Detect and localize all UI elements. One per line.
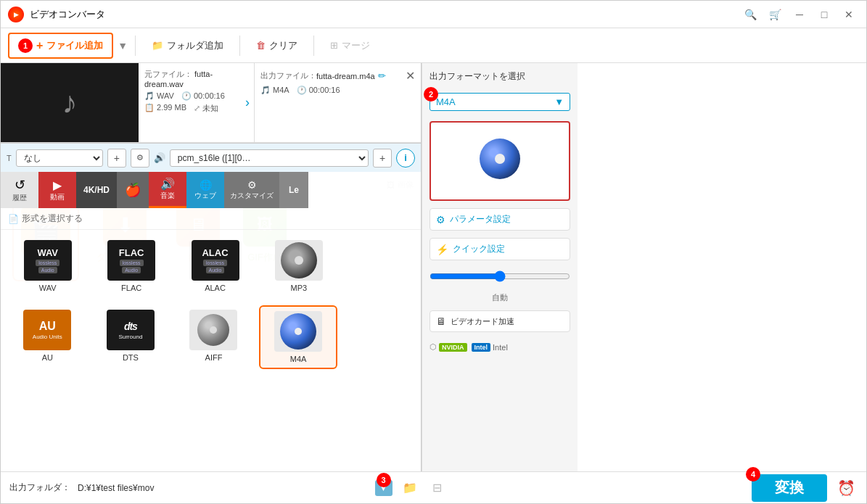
param-label: パラメータ設定 xyxy=(450,213,511,226)
m4a-format-item[interactable]: M4A xyxy=(259,305,338,369)
flac-format-item[interactable]: FLAC lossless Audio FLAC xyxy=(93,236,169,297)
alarm-button[interactable]: ⏰ xyxy=(834,476,858,500)
dts-icon: dts Surround xyxy=(107,310,155,350)
convert-wrapper: 4 変換 xyxy=(752,474,827,502)
au-icon: AU Audio Units xyxy=(23,310,71,350)
format-selector-popup: ↺ 履歴 ▶ 動画 4K/HD 🍎 xyxy=(1,172,421,471)
source-label: 元ファイル： xyxy=(144,70,192,78)
clear-button[interactable]: 🗑 クリア xyxy=(247,35,306,57)
quick-label: クイック設定 xyxy=(453,243,505,255)
clear-label: クリア xyxy=(269,39,297,52)
format-title-text: 形式を選択する xyxy=(22,212,83,225)
dts-format-item[interactable]: dts Surround DTS xyxy=(93,305,169,369)
4k-tab[interactable]: 4K/HD xyxy=(76,172,117,208)
video-tab[interactable]: ▶ 動画 xyxy=(38,172,76,208)
dropdown-chevron-icon: ▼ xyxy=(554,96,564,107)
alac-icon: ALAC lossless Audio xyxy=(192,240,239,281)
slider-label: 自動 xyxy=(430,292,570,303)
add-subtitle-button[interactable]: + xyxy=(107,149,126,168)
m4a-icon xyxy=(274,311,322,352)
audio-select[interactable]: pcm_s16le ([1][0… xyxy=(170,149,369,167)
right-panel: 出力フォーマットを選択 2 M4A ▼ xyxy=(422,63,578,471)
toolbar-divider-2 xyxy=(239,36,240,56)
mp3-format-item[interactable]: MP3 xyxy=(260,236,337,297)
copy-path-button[interactable]: ⊟ xyxy=(427,478,448,498)
add-folder-label: フォルダ追加 xyxy=(167,39,223,52)
add-folder-button[interactable]: 📁 フォルダ追加 xyxy=(143,35,232,57)
more-tab[interactable]: Le xyxy=(279,172,308,208)
format-row-2: AU Audio Units AU dts Surround DTS xyxy=(1,302,421,372)
minimize-button[interactable]: ─ xyxy=(789,4,810,25)
gpu-badges: ⬡ NVIDIA Intel Intel xyxy=(430,339,570,355)
source-resolution: ⤢ 未知 xyxy=(194,103,218,114)
au-format-item[interactable]: AU Audio Units AU xyxy=(9,305,86,369)
step3-badge: 3 xyxy=(377,473,391,487)
toolbar-divider-3 xyxy=(313,36,314,56)
web-tab-label: ウェブ xyxy=(194,191,216,201)
history-tab-label: 履歴 xyxy=(12,193,27,203)
gpu-label: ビデオカード加速 xyxy=(451,316,564,327)
wav-icon: WAV lossless Audio xyxy=(24,240,72,281)
app-icon xyxy=(8,7,24,22)
output-path-input[interactable] xyxy=(78,483,368,493)
format-row1-spacer xyxy=(345,236,412,297)
output-label: 出力ファイル： xyxy=(260,70,316,81)
apple-tab[interactable]: 🍎 xyxy=(117,172,149,208)
flac-label: FLAC xyxy=(121,284,141,292)
format-section-title: 📄 形式を選択する xyxy=(1,208,421,230)
quick-settings-button[interactable]: ⚡ クイック設定 xyxy=(430,238,570,260)
path-dropdown-wrapper: 3 ▼ xyxy=(375,480,393,496)
toolbar: 1 + ファイル追加 ▼ 📁 フォルダ追加 🗑 クリア ⊞ マージ xyxy=(1,28,866,63)
alac-format-item[interactable]: ALAC lossless Audio ALAC xyxy=(177,236,253,297)
subtitle-select[interactable]: なし xyxy=(16,149,103,167)
history-tab[interactable]: ↺ 履歴 xyxy=(1,172,38,208)
open-folder-button[interactable]: 📁 xyxy=(400,478,420,498)
info-button[interactable]: i xyxy=(396,149,415,168)
format-dropdown[interactable]: M4A ▼ xyxy=(430,93,570,111)
format-dropdown-value: M4A xyxy=(436,96,456,107)
subtitle-settings-button[interactable]: ⚙ xyxy=(131,149,149,168)
music-tab[interactable]: 🔊 音楽 xyxy=(149,172,186,208)
flac-icon: FLAC lossless Audio xyxy=(107,240,155,281)
titlebar: ビデオコンバータ 🔍 🛒 ─ □ ✕ xyxy=(1,1,866,28)
custom-tab-label: カスタマイズ xyxy=(230,191,274,201)
merge-button[interactable]: ⊞ マージ xyxy=(321,35,379,57)
custom-tab[interactable]: ⚙ カスタマイズ xyxy=(224,172,279,208)
step4-badge: 4 xyxy=(746,467,760,482)
edit-filename-button[interactable]: ✏ xyxy=(378,70,386,81)
controls-bar: T なし + ⚙ 🔊 pcm_s16le ([1][0… + i xyxy=(1,143,421,172)
param-settings-button[interactable]: ⚙ パラメータ設定 xyxy=(430,208,570,231)
speed-slider-row xyxy=(430,270,570,282)
mp3-icon xyxy=(275,240,323,281)
format-tabs: ↺ 履歴 ▶ 動画 4K/HD 🍎 xyxy=(1,172,421,208)
wav-format-item[interactable]: WAV lossless Audio WAV xyxy=(9,236,86,297)
add-file-button[interactable]: 1 + ファイル追加 xyxy=(8,33,113,59)
intel-badge: Intel xyxy=(472,343,491,352)
aiff-label: AIFF xyxy=(205,353,223,362)
audio-icon: 🔊 xyxy=(154,152,165,163)
next-arrow-button[interactable]: › xyxy=(245,95,250,110)
cart-button[interactable]: 🛒 xyxy=(765,4,785,25)
m4a-preview-icon xyxy=(474,136,525,186)
close-button[interactable]: ✕ xyxy=(839,4,859,25)
speed-slider[interactable] xyxy=(430,270,570,282)
au-label: AU xyxy=(42,353,53,362)
search-button[interactable]: 🔍 xyxy=(740,4,760,25)
add-audio-button[interactable]: + xyxy=(373,149,392,168)
dropdown-arrow-icon[interactable]: ▼ xyxy=(118,40,128,51)
bottom-bar: 出力フォルダ： 3 ▼ 📁 ⊟ 4 変換 ⏰ xyxy=(1,471,866,503)
web-tab[interactable]: 🌐 ウェブ xyxy=(186,172,224,208)
nvidia-badge: NVIDIA xyxy=(439,343,467,352)
convert-button[interactable]: 変換 xyxy=(752,474,827,502)
maximize-button[interactable]: □ xyxy=(814,4,834,25)
add-file-label: ファイル追加 xyxy=(46,39,103,52)
gpu-acceleration-button[interactable]: 🖥 ビデオカード加速 xyxy=(430,310,570,332)
4k-tab-label: 4K/HD xyxy=(83,185,110,195)
step1-badge: 1 xyxy=(18,38,33,53)
music-tab-label: 音楽 xyxy=(160,191,175,201)
close-output-button[interactable]: ✕ xyxy=(406,69,415,83)
aiff-format-item[interactable]: AIFF xyxy=(176,305,252,369)
output-filename: futta-dream.m4a xyxy=(316,72,375,80)
format-row-1: WAV lossless Audio WAV FLAC lossless xyxy=(1,230,421,302)
intel-badge-row: Intel Intel xyxy=(472,342,508,352)
